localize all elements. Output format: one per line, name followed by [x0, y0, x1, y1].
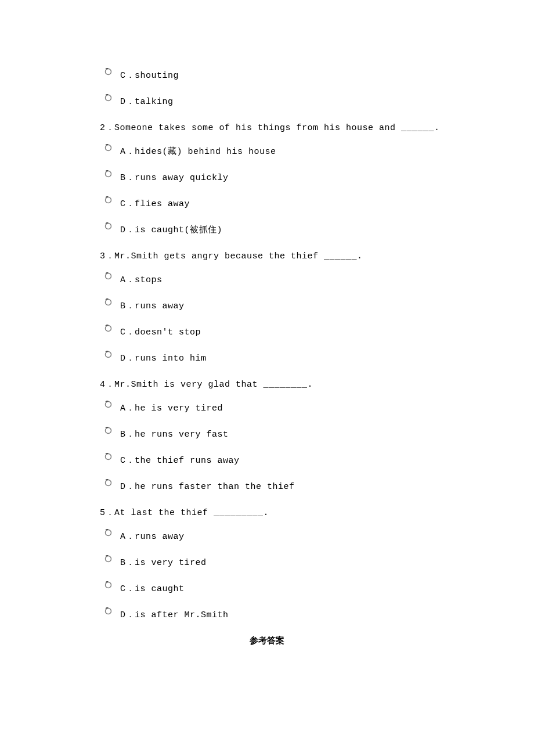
radio-icon[interactable] — [104, 222, 112, 230]
svg-point-13 — [106, 480, 111, 486]
radio-icon[interactable] — [104, 479, 112, 487]
radio-icon[interactable] — [104, 453, 112, 460]
radio-icon[interactable] — [104, 298, 112, 306]
option-label: A．hides(藏) behind his house — [120, 146, 276, 157]
option-row: D．talking — [104, 96, 534, 107]
svg-point-11 — [106, 428, 111, 434]
svg-point-10 — [106, 402, 111, 408]
radio-icon[interactable] — [104, 607, 112, 615]
option-row: C．is caught — [104, 583, 534, 594]
svg-point-17 — [106, 609, 111, 614]
option-label: D．talking — [120, 96, 174, 107]
radio-icon[interactable] — [104, 351, 112, 358]
option-row: C．flies away — [104, 198, 534, 209]
radio-icon[interactable] — [104, 94, 112, 102]
radio-icon[interactable] — [104, 427, 112, 434]
option-label: A．runs away — [120, 531, 185, 542]
option-label: D．is caught(被抓住) — [120, 224, 222, 235]
option-label: C．the thief runs away — [120, 455, 240, 466]
option-row: A．he is very tired — [104, 402, 534, 413]
option-row: A．hides(藏) behind his house — [104, 146, 534, 157]
radio-icon[interactable] — [104, 170, 112, 178]
option-row: B．runs away quickly — [104, 172, 534, 183]
option-label: C．doesn't stop — [120, 326, 201, 337]
option-row: D．is caught(被抓住) — [104, 224, 534, 235]
option-label: C．shouting — [120, 70, 179, 81]
svg-point-14 — [106, 530, 111, 536]
radio-icon[interactable] — [104, 144, 112, 152]
option-label: A．stops — [120, 274, 163, 285]
option-label: B．he runs very fast — [120, 429, 229, 440]
option-row: D．runs into him — [104, 352, 534, 363]
answer-heading: 参考答案 — [0, 635, 534, 646]
radio-icon[interactable] — [104, 555, 112, 563]
option-label: B．is very tired — [120, 557, 207, 568]
option-label: B．runs away — [120, 300, 185, 311]
option-label: A．he is very tired — [120, 402, 223, 413]
option-row: B．is very tired — [104, 557, 534, 568]
option-label: D．runs into him — [120, 352, 207, 363]
question-stem: 3．Mr.Smith gets angry because the thief … — [100, 250, 534, 261]
radio-icon[interactable] — [104, 68, 112, 75]
svg-point-8 — [106, 326, 111, 332]
option-label: D．is after Mr.Smith — [120, 609, 229, 620]
svg-point-3 — [106, 171, 111, 177]
option-row: B．runs away — [104, 300, 534, 311]
option-label: D．he runs faster than the thief — [120, 481, 295, 492]
svg-point-5 — [106, 224, 111, 229]
svg-point-15 — [106, 556, 111, 562]
question-stem: 5．At last the thief _________. — [100, 507, 534, 518]
option-row: C．shouting — [104, 70, 534, 81]
option-row: A．stops — [104, 274, 534, 285]
question-stem: 4．Mr.Smith is very glad that ________. — [100, 379, 534, 390]
option-label: C．flies away — [120, 198, 190, 209]
radio-icon[interactable] — [104, 529, 112, 537]
svg-point-12 — [106, 454, 111, 460]
option-label: B．runs away quickly — [120, 172, 229, 183]
radio-icon[interactable] — [104, 325, 112, 332]
option-row: D．he runs faster than the thief — [104, 481, 534, 492]
radio-icon[interactable] — [104, 581, 112, 589]
svg-point-9 — [106, 352, 111, 358]
option-row: B．he runs very fast — [104, 429, 534, 440]
svg-point-16 — [106, 582, 111, 588]
svg-point-1 — [106, 95, 111, 101]
option-label: C．is caught — [120, 583, 185, 594]
option-row: A．runs away — [104, 531, 534, 542]
option-row: C．doesn't stop — [104, 326, 534, 337]
svg-point-6 — [106, 273, 111, 279]
option-row: D．is after Mr.Smith — [104, 609, 534, 620]
svg-point-7 — [106, 300, 111, 305]
radio-icon[interactable] — [104, 401, 112, 408]
svg-point-2 — [106, 145, 111, 151]
radio-icon[interactable] — [104, 196, 112, 204]
question-stem: 2．Someone takes some of his things from … — [100, 122, 534, 133]
svg-point-4 — [106, 197, 111, 203]
option-row: C．the thief runs away — [104, 455, 534, 466]
svg-point-0 — [106, 69, 111, 75]
radio-icon[interactable] — [104, 272, 112, 280]
